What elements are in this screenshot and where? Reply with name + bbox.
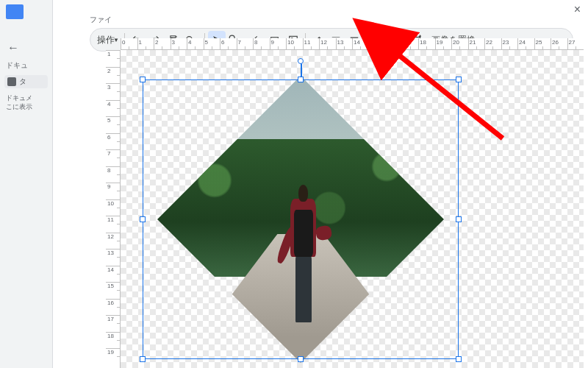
doc-thumbnail[interactable]	[6, 4, 24, 19]
left-sidebar: ← ドキュ タ ドキュメ こに表示	[0, 0, 53, 368]
horizontal-ruler: 0123456789101112131415161718192021222324…	[121, 38, 584, 50]
sidebar-item-tab[interactable]: タ	[4, 75, 48, 88]
canvas-area: 0123456789101112131415161718192021222324…	[106, 38, 588, 368]
resize-handle-bm[interactable]	[298, 356, 304, 362]
resize-handle-br[interactable]	[456, 356, 462, 362]
selection-box[interactable]	[143, 79, 459, 359]
resize-handle-tm[interactable]	[298, 77, 304, 82]
sidebar-section-label: ドキュ	[6, 60, 46, 71]
back-button[interactable]: ←	[7, 41, 49, 54]
drawing-canvas[interactable]	[121, 50, 584, 368]
rotation-handle[interactable]	[298, 58, 304, 64]
resize-handle-tr[interactable]	[456, 77, 462, 82]
sidebar-item-label: タ	[19, 77, 26, 87]
resize-handle-mr[interactable]	[456, 216, 462, 222]
resize-handle-bl[interactable]	[140, 356, 146, 362]
drawing-editor: ファイ × 操作▼ ▼ ▼ ▼ あ▼ ▼ 画像を置換▼ 012345678910…	[53, 0, 588, 368]
sidebar-note: ドキュメ こに表示	[6, 94, 46, 111]
close-icon[interactable]: ×	[574, 3, 581, 16]
vertical-ruler: 12345678910111213141516171819	[106, 50, 121, 368]
dialog-title	[53, 0, 588, 15]
file-menu[interactable]: ファイ	[53, 15, 588, 25]
resize-handle-ml[interactable]	[140, 216, 146, 222]
tab-icon	[7, 77, 16, 86]
rotation-stem	[301, 63, 302, 77]
resize-handle-tl[interactable]	[140, 77, 146, 82]
